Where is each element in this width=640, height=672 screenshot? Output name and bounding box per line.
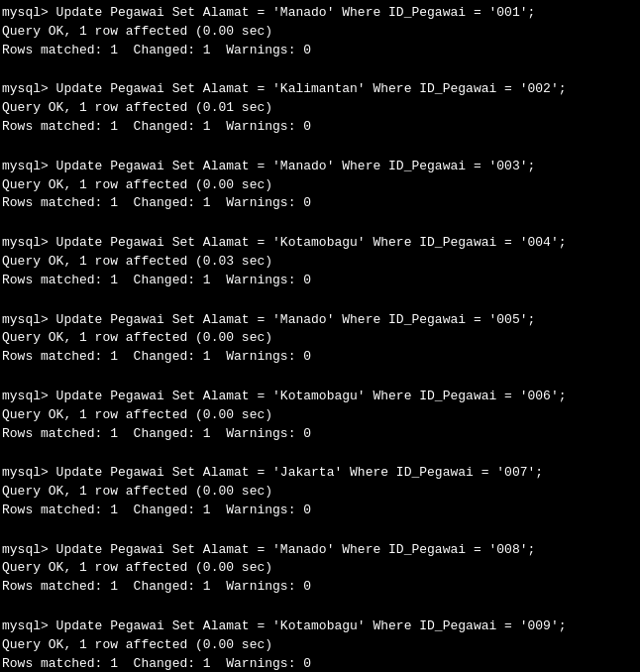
- command-line: mysql> Update Pegawai Set Alamat = 'Kota…: [2, 389, 567, 403]
- result-line-1: Query OK, 1 row affected (0.00 sec): [2, 637, 272, 652]
- command-block-9: mysql> Update Pegawai Set Alamat = 'Kota…: [2, 617, 638, 672]
- terminal-window: mysql> Update Pegawai Set Alamat = 'Mana…: [0, 0, 640, 672]
- result-line-2: Rows matched: 1 Changed: 1 Warnings: 0: [2, 579, 311, 594]
- result-line-2: Rows matched: 1 Changed: 1 Warnings: 0: [2, 195, 311, 210]
- result-line-1: Query OK, 1 row affected (0.03 sec): [2, 254, 272, 269]
- result-line-2: Rows matched: 1 Changed: 1 Warnings: 0: [2, 119, 311, 134]
- result-line-2: Rows matched: 1 Changed: 1 Warnings: 0: [2, 43, 311, 57]
- result-line-2: Rows matched: 1 Changed: 1 Warnings: 0: [2, 349, 311, 364]
- result-line-2: Rows matched: 1 Changed: 1 Warnings: 0: [2, 426, 311, 441]
- command-line: mysql> Update Pegawai Set Alamat = 'Mana…: [2, 542, 535, 557]
- command-line: mysql> Update Pegawai Set Alamat = 'Mana…: [2, 312, 535, 327]
- result-line-1: Query OK, 1 row affected (0.00 sec): [2, 484, 272, 499]
- command-block-4: mysql> Update Pegawai Set Alamat = 'Kota…: [2, 234, 638, 290]
- result-line-2: Rows matched: 1 Changed: 1 Warnings: 0: [2, 656, 311, 671]
- command-line: mysql> Update Pegawai Set Alamat = 'Mana…: [2, 5, 535, 20]
- command-line: mysql> Update Pegawai Set Alamat = 'Kota…: [2, 235, 567, 250]
- command-line: mysql> Update Pegawai Set Alamat = 'Jaka…: [2, 465, 543, 480]
- command-line: mysql> Update Pegawai Set Alamat = 'Kota…: [2, 618, 567, 633]
- result-line-1: Query OK, 1 row affected (0.00 sec): [2, 24, 272, 39]
- result-line-2: Rows matched: 1 Changed: 1 Warnings: 0: [2, 273, 311, 287]
- result-line-1: Query OK, 1 row affected (0.00 sec): [2, 330, 272, 345]
- command-block-1: mysql> Update Pegawai Set Alamat = 'Mana…: [2, 4, 638, 60]
- command-block-5: mysql> Update Pegawai Set Alamat = 'Mana…: [2, 311, 638, 368]
- result-line-1: Query OK, 1 row affected (0.01 sec): [2, 100, 272, 115]
- command-block-7: mysql> Update Pegawai Set Alamat = 'Jaka…: [2, 464, 638, 520]
- result-line-1: Query OK, 1 row affected (0.00 sec): [2, 407, 272, 422]
- result-line-1: Query OK, 1 row affected (0.00 sec): [2, 560, 272, 575]
- result-line-2: Rows matched: 1 Changed: 1 Warnings: 0: [2, 503, 311, 517]
- command-block-8: mysql> Update Pegawai Set Alamat = 'Mana…: [2, 541, 638, 598]
- command-block-2: mysql> Update Pegawai Set Alamat = 'Kali…: [2, 80, 638, 137]
- command-line: mysql> Update Pegawai Set Alamat = 'Mana…: [2, 159, 535, 173]
- command-line: mysql> Update Pegawai Set Alamat = 'Kali…: [2, 81, 567, 96]
- command-block-6: mysql> Update Pegawai Set Alamat = 'Kota…: [2, 388, 638, 444]
- command-block-3: mysql> Update Pegawai Set Alamat = 'Mana…: [2, 158, 638, 214]
- result-line-1: Query OK, 1 row affected (0.00 sec): [2, 177, 272, 192]
